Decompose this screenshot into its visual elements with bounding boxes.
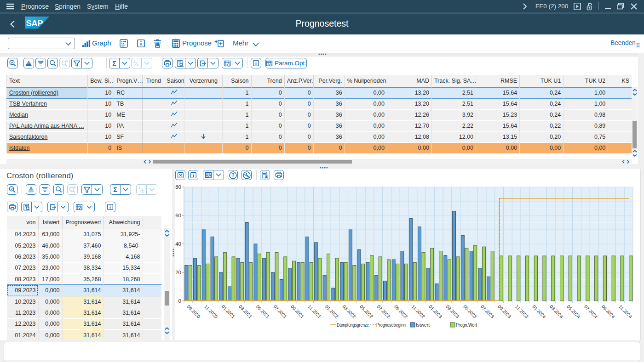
svg-text:Σ: Σ <box>133 60 136 64</box>
svg-text:07.2021: 07.2021 <box>272 304 288 320</box>
svg-text:09.2022: 09.2022 <box>393 304 409 320</box>
svg-text:11.2022: 11.2022 <box>411 304 426 320</box>
svg-text:05.2022: 05.2022 <box>359 304 374 320</box>
svg-text:11.2021: 11.2021 <box>307 304 322 320</box>
svg-text:Istwert: Istwert <box>416 322 430 328</box>
svg-text:60: 60 <box>175 213 181 218</box>
svg-text:40: 40 <box>175 241 181 247</box>
svg-text:Progn.Wert: Progn.Wert <box>456 322 477 328</box>
svg-text:0: 0 <box>178 298 181 304</box>
svg-text:07.2024: 07.2024 <box>583 304 599 320</box>
svg-text:Σ: Σ <box>137 63 139 67</box>
svg-text:20: 20 <box>175 270 181 275</box>
svg-text:01.2024: 01.2024 <box>531 304 547 320</box>
svg-text:Dämpfungsgrenze: Dämpfungsgrenze <box>337 322 369 328</box>
svg-text:09.2020: 09.2020 <box>186 304 202 320</box>
svg-text:03.2022: 03.2022 <box>341 304 357 320</box>
svg-text:05.2024: 05.2024 <box>566 304 581 320</box>
svg-text:09.2024: 09.2024 <box>600 304 616 320</box>
svg-text:03.2024: 03.2024 <box>549 304 564 320</box>
svg-text:05.2021: 05.2021 <box>255 304 271 320</box>
svg-text:09.2023: 09.2023 <box>497 304 512 320</box>
svg-text:80: 80 <box>175 184 181 190</box>
svg-text:11.2023: 11.2023 <box>514 304 530 320</box>
svg-text:Σ: Σ <box>142 189 144 193</box>
svg-text:09.2021: 09.2021 <box>290 304 305 320</box>
svg-text:Σ: Σ <box>138 186 141 190</box>
svg-text:Prognosebeginn: Prognosebeginn <box>376 322 406 328</box>
svg-text:01.2023: 01.2023 <box>428 304 443 320</box>
svg-text:03.2021: 03.2021 <box>238 304 253 320</box>
svg-text:05.2023: 05.2023 <box>462 304 478 320</box>
svg-text:07.2023: 07.2023 <box>480 304 495 320</box>
svg-text:03.2023: 03.2023 <box>445 304 461 320</box>
svg-text:07.2022: 07.2022 <box>376 304 391 320</box>
svg-text:01.2021: 01.2021 <box>221 304 236 320</box>
svg-text:11.2024: 11.2024 <box>618 304 633 320</box>
svg-text:11.2020: 11.2020 <box>203 304 219 320</box>
svg-text:01.2022: 01.2022 <box>324 304 340 320</box>
